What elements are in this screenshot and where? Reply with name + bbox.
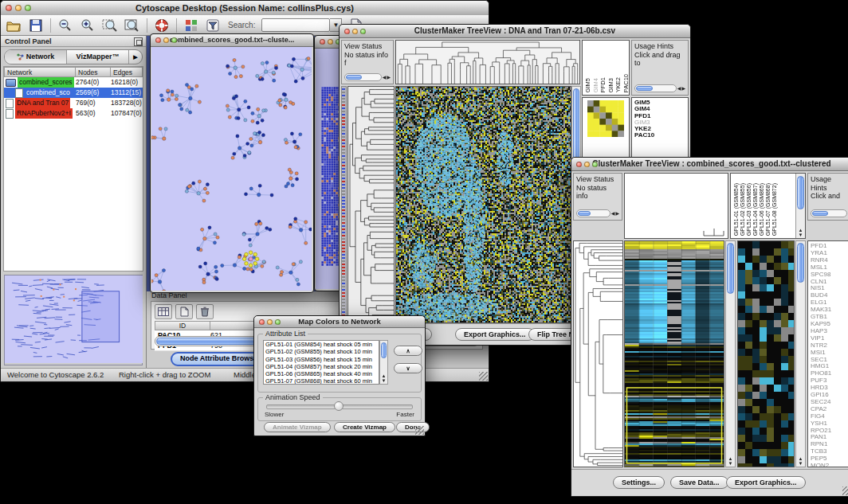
gene-labels-panel[interactable]: PFD1YRA1RNR4MSL1SPC98CLN1NIS1BUD4ELG1MAK…: [807, 240, 848, 467]
zoom-button[interactable]: [171, 37, 177, 43]
filter-funnel-icon[interactable]: [206, 18, 222, 33]
attribute-item[interactable]: GPL51-04 (GSM857) heat shock 20 min: [265, 363, 379, 370]
network-row[interactable]: RNAPuberNov2+I 563(0) 107847(0): [4, 108, 143, 119]
attribute-item[interactable]: GPL51-03 (GSM856) heat shock 15 min: [265, 356, 379, 363]
row-dendrogram-panel[interactable]: [347, 86, 395, 323]
zoom-selected-icon[interactable]: [102, 18, 118, 33]
network-row[interactable]: DNA and Tran 07 769(0) 183728(0): [4, 98, 143, 108]
minimize-button[interactable]: [352, 29, 358, 34]
column-dendrogram-panel[interactable]: [395, 40, 580, 84]
col-network[interactable]: Network: [4, 67, 76, 77]
move-down-button[interactable]: ∨: [394, 363, 422, 373]
resize-grip[interactable]: [479, 372, 488, 381]
column-label[interactable]: GPL51-03 (GSM856): [746, 183, 752, 236]
column-label[interactable]: GPL51-01 (GSM854): [733, 183, 739, 236]
zoom-out-icon[interactable]: [57, 18, 73, 33]
network-row[interactable]: combined_sco 2569(6) 13112(15): [4, 88, 143, 98]
treeview1-titlebar[interactable]: ClusterMaker TreeView : DNA and Tran 07-…: [340, 25, 690, 38]
zoom-button[interactable]: [360, 29, 366, 34]
export-graphics-button[interactable]: Export Graphics...: [726, 476, 806, 489]
global-heatmap[interactable]: [624, 240, 724, 467]
resize-grip[interactable]: [415, 426, 424, 435]
new-attribute-icon[interactable]: [175, 304, 193, 319]
float-panel-icon[interactable]: [134, 37, 143, 46]
column-label[interactable]: GPL51-07 (GSM868): [765, 183, 771, 236]
matrix-column-label[interactable]: GIM4: [593, 78, 599, 92]
save-data-button[interactable]: Save Data...: [670, 476, 728, 489]
main-titlebar[interactable]: Cytoscape Desktop (Session Name: collins…: [1, 1, 489, 16]
usage-hints-hscrollbar[interactable]: ◀ ▶: [634, 84, 685, 92]
global-heatmap[interactable]: [395, 86, 571, 323]
select-attributes-icon[interactable]: [155, 304, 172, 319]
attribute-item[interactable]: GPL51-07 (GSM868) heat shock 60 min: [265, 377, 379, 385]
export-graphics-button[interactable]: Export Graphics...: [455, 328, 535, 341]
settings-button[interactable]: Settings...: [613, 476, 665, 489]
matrix-column-label[interactable]: PAC10: [623, 74, 630, 92]
attribute-item[interactable]: GPL51-01 (GSM854) heat shock 05 min: [265, 341, 379, 348]
close-button[interactable]: [6, 5, 12, 11]
help-lifering-icon[interactable]: [154, 18, 170, 33]
network1-titlebar[interactable]: combined_scores_good.txt--cluste...: [151, 34, 313, 47]
id-column-header[interactable]: ID: [155, 321, 210, 330]
zoom-button[interactable]: [25, 5, 31, 11]
scroll-left-icon[interactable]: ◀: [383, 73, 387, 81]
attribute-list[interactable]: GPL51-01 (GSM854) heat shock 05 minGPL51…: [263, 340, 379, 385]
scroll-right-icon[interactable]: ▶: [387, 73, 391, 81]
row-selection-strip[interactable]: [341, 86, 347, 323]
tab-overflow-arrow[interactable]: ▶: [129, 50, 142, 64]
view-status-hscrollbar[interactable]: ◀ ▶: [576, 209, 619, 217]
zoom-vscrollbar[interactable]: ▲▼: [795, 240, 806, 467]
attribute-item[interactable]: GPL51-06 (GSM865) heat shock 40 min: [265, 370, 379, 377]
delete-attribute-icon[interactable]: [196, 304, 214, 319]
tab-network[interactable]: Network: [5, 50, 67, 64]
network-row[interactable]: combined_scores 2764(0) 16218(0): [4, 77, 143, 88]
speed-slider[interactable]: [266, 404, 413, 409]
scroll-left-icon[interactable]: ◀: [677, 84, 681, 92]
attribute-item[interactable]: GPL51-02 (GSM855) heat shock 10 min: [265, 348, 379, 355]
network-overview-thumbnail[interactable]: [4, 275, 143, 365]
create-vizmap-button[interactable]: Create Vizmap: [334, 422, 395, 432]
column-label[interactable]: GPL51-02 (GSM855): [740, 183, 745, 236]
close-button[interactable]: [259, 319, 265, 325]
scroll-right-icon[interactable]: ▶: [681, 84, 685, 92]
dialog-titlebar[interactable]: Map Colors to Network: [254, 316, 425, 328]
done-button[interactable]: Done: [396, 422, 430, 432]
zoom-button[interactable]: [275, 319, 281, 325]
move-up-button[interactable]: ∧: [394, 346, 422, 356]
save-session-icon[interactable]: [28, 18, 44, 33]
col-edges[interactable]: Edges: [111, 67, 143, 77]
cytopanel-grid-icon[interactable]: [183, 18, 199, 33]
minimize-button[interactable]: [15, 5, 22, 11]
row-dendrogram-panel[interactable]: [573, 240, 623, 467]
column-labels-panel[interactable]: GPL51-01 (GSM854)GPL51-02 (GSM855)GPL51-…: [730, 173, 806, 239]
slider-thumb[interactable]: [334, 401, 344, 411]
search-input[interactable]: [261, 18, 330, 32]
scroll-left-icon[interactable]: ◀: [611, 209, 615, 217]
column-label[interactable]: GPL51-08 (GSM872): [771, 183, 777, 236]
view-status-hscrollbar[interactable]: ◀ ▶: [344, 72, 391, 81]
column-labels-vscrollbar[interactable]: ▲▼: [795, 174, 805, 238]
close-button[interactable]: [155, 37, 161, 43]
zoom-in-icon[interactable]: [80, 18, 96, 33]
animate-vizmap-button[interactable]: Animate Vizmap: [264, 422, 331, 432]
resize-grip[interactable]: [842, 486, 848, 495]
tab-vizmapper[interactable]: VizMapper™: [67, 50, 129, 64]
column-dendrogram-panel[interactable]: [624, 173, 728, 239]
scroll-right-icon[interactable]: ▶: [615, 209, 619, 217]
close-button[interactable]: [576, 162, 582, 167]
minimize-button[interactable]: [584, 162, 590, 167]
minimize-button[interactable]: [163, 37, 169, 43]
close-button[interactable]: [344, 29, 350, 34]
treeview2-titlebar[interactable]: ClusterMaker TreeView : combined_scores_…: [571, 158, 848, 171]
global-vscrollbar[interactable]: ▲▼: [725, 240, 736, 467]
minimize-button[interactable]: [267, 319, 273, 325]
matrix-column-labels-panel[interactable]: GIM5GIM4PFD1GIM3YKE2PAC10: [582, 40, 630, 96]
zoom-heatmap[interactable]: [737, 240, 795, 467]
matrix-row-label[interactable]: PAC10: [634, 132, 688, 139]
close-button[interactable]: [320, 39, 325, 45]
matrix-column-label[interactable]: PFD1: [600, 77, 607, 92]
column-label[interactable]: GPL51-06 (GSM865): [759, 183, 764, 236]
open-session-icon[interactable]: [6, 18, 22, 33]
matrix-column-label[interactable]: YKE2: [615, 77, 622, 92]
zoom-fit-icon[interactable]: [124, 18, 140, 33]
